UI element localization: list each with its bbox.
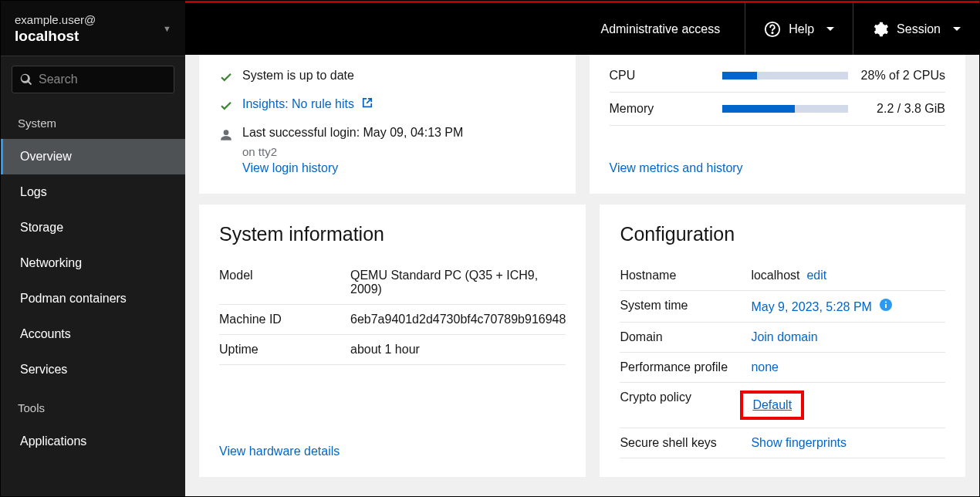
health-card: System is up to date Insights: No rule h… bbox=[199, 55, 576, 194]
config-card: Configuration Hostname localhost edit Sy… bbox=[600, 205, 965, 477]
hostname-value: localhost bbox=[751, 269, 799, 282]
view-metrics-link[interactable]: View metrics and history bbox=[610, 161, 743, 174]
help-label: Help bbox=[789, 22, 814, 36]
chevron-down-icon: ▼ bbox=[163, 24, 171, 33]
check-icon bbox=[219, 100, 233, 113]
nav-networking[interactable]: Networking bbox=[1, 245, 185, 281]
perfprofile-label: Performance profile bbox=[620, 360, 751, 374]
nav-accounts[interactable]: Accounts bbox=[1, 316, 185, 352]
systime-link[interactable]: May 9, 2023, 5:28 PM bbox=[751, 300, 872, 313]
machineid-value: 6eb7a9401d2d4730bf4c70789b916948 bbox=[350, 313, 566, 326]
check-icon bbox=[219, 71, 233, 85]
user-icon bbox=[219, 128, 233, 142]
usage-card: CPU 28% of 2 CPUs Memory 2.2 / 3.8 GiB V… bbox=[590, 55, 966, 194]
perfprofile-link[interactable]: none bbox=[751, 360, 779, 374]
sysinfo-card: System information ModelQEMU Standard PC… bbox=[199, 205, 586, 477]
join-domain-link[interactable]: Join domain bbox=[751, 330, 817, 343]
nav-logs[interactable]: Logs bbox=[1, 174, 185, 210]
view-login-history-link[interactable]: View login history bbox=[242, 161, 556, 175]
search-input-wrapper[interactable] bbox=[12, 66, 174, 93]
view-hardware-link[interactable]: View hardware details bbox=[219, 445, 340, 458]
memory-bar bbox=[722, 105, 849, 113]
insights-link[interactable]: Insights: No rule hits bbox=[242, 97, 373, 111]
crypto-highlight: Default bbox=[740, 390, 804, 420]
svg-point-4 bbox=[885, 302, 887, 303]
cpu-label: CPU bbox=[610, 69, 710, 83]
nav-section-tools: Tools bbox=[1, 392, 185, 424]
model-label: Model bbox=[219, 269, 350, 296]
session-label: Session bbox=[897, 22, 941, 36]
help-icon bbox=[764, 21, 781, 38]
ssh-label: Secure shell keys bbox=[620, 436, 751, 450]
last-login: Last successful login: May 09, 04:13 PM bbox=[242, 126, 463, 140]
hostname-edit-link[interactable]: edit bbox=[806, 269, 826, 282]
topbar: Administrative access Help Session bbox=[185, 1, 979, 55]
cpu-value: 28% of 2 CPUs bbox=[860, 69, 945, 83]
info-icon bbox=[880, 299, 892, 311]
nav-overview[interactable]: Overview bbox=[1, 139, 185, 174]
systime-label: System time bbox=[620, 299, 751, 314]
current-user: example.user@ bbox=[15, 12, 96, 28]
search-input[interactable] bbox=[39, 73, 166, 86]
session-menu[interactable]: Session bbox=[853, 3, 979, 55]
gear-icon bbox=[872, 21, 889, 38]
uptime-value: about 1 hour bbox=[350, 343, 566, 357]
cpu-bar bbox=[722, 72, 849, 79]
nav-applications[interactable]: Applications bbox=[1, 424, 185, 459]
model-value: QEMU Standard PC (Q35 + ICH9, 2009) bbox=[350, 269, 566, 296]
memory-label: Memory bbox=[610, 102, 710, 116]
sidebar: example.user@ localhost ▼ System Overvie… bbox=[1, 1, 185, 496]
search-icon bbox=[20, 73, 32, 86]
host-switcher[interactable]: example.user@ localhost ▼ bbox=[1, 1, 185, 56]
admin-access-label: Administrative access bbox=[600, 22, 720, 36]
domain-label: Domain bbox=[620, 330, 751, 344]
svg-point-1 bbox=[772, 32, 772, 32]
last-login-tty: on tty2 bbox=[242, 145, 556, 158]
nav-podman[interactable]: Podman containers bbox=[1, 281, 185, 316]
health-uptodate: System is up to date bbox=[242, 69, 354, 83]
memory-value: 2.2 / 3.8 GiB bbox=[860, 102, 945, 116]
sysinfo-title: System information bbox=[219, 223, 566, 245]
chevron-down-icon bbox=[953, 27, 961, 31]
hostname-label: Hostname bbox=[620, 269, 751, 282]
nav-storage[interactable]: Storage bbox=[1, 210, 185, 245]
crypto-policy-link[interactable]: Default bbox=[752, 398, 792, 411]
config-title: Configuration bbox=[620, 223, 945, 245]
svg-rect-3 bbox=[885, 304, 887, 308]
current-host: localhost bbox=[15, 28, 96, 45]
ssh-fingerprints-link[interactable]: Show fingerprints bbox=[751, 436, 847, 449]
crypto-label: Crypto policy bbox=[620, 390, 751, 420]
machineid-label: Machine ID bbox=[219, 313, 350, 326]
nav-section-system: System bbox=[1, 107, 185, 139]
external-link-icon bbox=[362, 97, 373, 108]
uptime-label: Uptime bbox=[219, 343, 350, 357]
help-menu[interactable]: Help bbox=[745, 3, 853, 55]
chevron-down-icon bbox=[826, 27, 834, 31]
admin-access-button[interactable]: Administrative access bbox=[582, 3, 745, 55]
nav-services[interactable]: Services bbox=[1, 352, 185, 387]
